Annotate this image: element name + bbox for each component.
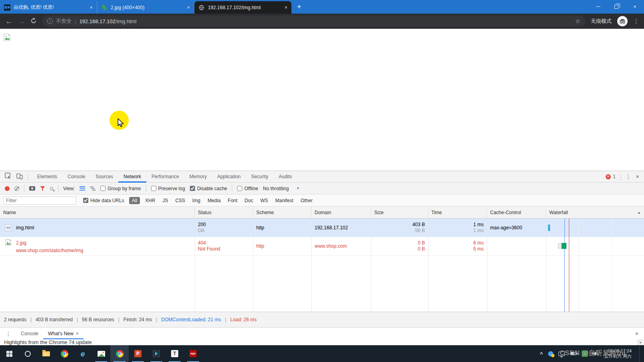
filter-type-img[interactable]: Img	[190, 197, 202, 204]
scrollbar-down-button[interactable]: ▼	[638, 340, 643, 345]
browser-tab-1[interactable]: 暂停 品优购, 优质! 优质! ×	[0, 1, 97, 14]
filter-type-all[interactable]: All	[129, 197, 140, 204]
reload-button[interactable]	[30, 18, 37, 25]
forward-button[interactable]: →	[18, 18, 25, 25]
tab-performance[interactable]: Performance	[146, 171, 184, 183]
tab-security[interactable]: Security	[246, 171, 273, 183]
file-explorer-button[interactable]	[37, 345, 55, 362]
drawer-tab-console[interactable]: Console	[16, 328, 43, 339]
col-size[interactable]: Size	[371, 207, 428, 218]
bookmark-star-icon[interactable]: ☆	[575, 18, 580, 25]
request-rows-view-icon[interactable]	[80, 186, 85, 191]
latency: 5 ms	[473, 246, 484, 252]
messenger-tray-icon[interactable]	[548, 351, 553, 356]
col-waterfall[interactable]: Waterfall ▲	[546, 207, 644, 218]
disable-cache-checkbox[interactable]	[190, 186, 195, 191]
error-badge[interactable]: ✕ 1	[606, 174, 616, 179]
maximize-button[interactable]	[607, 0, 626, 13]
hide-data-urls-checkbox[interactable]	[83, 198, 88, 203]
drawer-tab-close-icon[interactable]: ×	[76, 331, 79, 336]
preserve-log-toggle[interactable]: Preserve log	[151, 186, 185, 191]
filter-funnel-icon[interactable]	[40, 186, 45, 191]
tab-close-icon[interactable]: ×	[90, 4, 93, 10]
waterfall-wait-2-jpg	[558, 243, 562, 249]
devtools-close-icon[interactable]: ×	[636, 173, 639, 180]
col-domain[interactable]: Domain	[311, 207, 371, 218]
preserve-log-label: Preserve log	[158, 186, 185, 191]
preserve-log-checkbox[interactable]	[151, 186, 156, 191]
offline-toggle[interactable]: Offline	[237, 186, 258, 191]
filter-type-xhr[interactable]: XHR	[143, 197, 157, 204]
status-code: 404	[198, 240, 253, 246]
filter-type-other[interactable]: Other	[299, 197, 315, 204]
minimize-button[interactable]	[589, 0, 607, 13]
device-toolbar-icon[interactable]	[16, 173, 23, 181]
chrome-active-button[interactable]	[110, 345, 129, 362]
tab-console[interactable]: Console	[62, 171, 90, 183]
tab-application[interactable]: Application	[212, 171, 246, 183]
col-scheme[interactable]: Scheme	[253, 207, 311, 218]
capture-screenshots-icon[interactable]	[29, 186, 35, 191]
tab-title: 2.jpg (400×400)	[111, 5, 183, 10]
filter-type-doc[interactable]: Doc	[243, 197, 255, 204]
record-button[interactable]	[5, 186, 10, 191]
pdf-reader-button[interactable]: PDF	[184, 345, 202, 362]
clear-button[interactable]	[14, 186, 19, 191]
overview-view-icon[interactable]	[90, 186, 96, 191]
throttling-select[interactable]: No throttling ▼	[263, 186, 300, 191]
col-cache-control[interactable]: Cache-Control	[487, 207, 546, 218]
filter-type-font[interactable]: Font	[226, 197, 239, 204]
drawer-tab-whats-new[interactable]: What's New ×	[43, 328, 84, 339]
cortana-button[interactable]	[18, 345, 37, 362]
start-button[interactable]	[0, 345, 18, 362]
show-desktop-button[interactable]	[639, 345, 641, 362]
new-tab-button[interactable]: +	[297, 3, 301, 11]
incognito-avatar-icon[interactable]	[617, 16, 628, 26]
tab-close-icon[interactable]: ×	[187, 4, 190, 10]
media-player-button[interactable]	[147, 345, 165, 362]
internet-explorer-button[interactable]: e	[74, 345, 92, 362]
photo-viewer-button[interactable]	[92, 345, 110, 362]
browser-menu-icon[interactable]: ⋮	[633, 18, 639, 25]
back-button[interactable]: ←	[6, 18, 12, 25]
group-by-frame-toggle[interactable]: Group by frame	[100, 186, 141, 191]
filter-type-css[interactable]: CSS	[173, 197, 187, 204]
group-by-frame-checkbox[interactable]	[100, 186, 106, 191]
tab-sources[interactable]: Sources	[90, 171, 118, 183]
filter-type-ws[interactable]: WS	[258, 197, 270, 204]
browser-tab-3-active[interactable]: 192.168.17.102/img.html ×	[194, 1, 291, 14]
filter-type-media[interactable]: Media	[205, 197, 223, 204]
omnibox[interactable]: i 不安全 | 192.168.17.102/img.html ☆	[42, 16, 585, 27]
filter-type-manifest[interactable]: Manifest	[273, 197, 295, 204]
col-time[interactable]: Time	[428, 207, 487, 218]
table-row-img-html[interactable]: <> img.html 200 OK http 192.168.17.102 4…	[0, 219, 644, 237]
typora-button[interactable]: T	[165, 345, 184, 362]
offline-checkbox[interactable]	[237, 186, 242, 191]
tab-elements[interactable]: Elements	[32, 171, 62, 183]
col-name[interactable]: Name	[0, 207, 195, 218]
page-info-icon[interactable]: i	[47, 18, 53, 24]
chrome-pinned-button[interactable]	[55, 345, 74, 362]
filter-input[interactable]	[3, 197, 76, 205]
view-label: View:	[63, 186, 75, 191]
cortana-icon	[25, 351, 31, 357]
filter-type-js[interactable]: JS	[160, 197, 170, 204]
drawer-menu-icon[interactable]: ⋮	[0, 330, 16, 337]
drawer-close-icon[interactable]: ×	[635, 330, 644, 337]
devtools-menu-icon[interactable]: ⋮	[626, 173, 631, 180]
powerpoint-button[interactable]: P	[129, 345, 147, 362]
tab-audits[interactable]: Audits	[273, 171, 297, 183]
tab-network[interactable]: Network	[118, 171, 146, 183]
col-status[interactable]: Status	[195, 207, 253, 218]
search-icon[interactable]	[50, 187, 53, 190]
disable-cache-toggle[interactable]: Disable cache	[190, 186, 227, 191]
tab-close-icon[interactable]: ×	[284, 4, 287, 10]
tab-memory[interactable]: Memory	[184, 171, 212, 183]
request-name: 2.jpg	[16, 240, 26, 246]
close-window-button[interactable]: ×	[626, 0, 644, 13]
browser-tab-2[interactable]: 2.jpg (400×400) ×	[97, 1, 194, 14]
inspect-element-icon[interactable]	[5, 173, 12, 181]
tray-chevron-icon[interactable]: ^	[540, 351, 543, 357]
table-row-2-jpg[interactable]: 2.jpg www.shop.com/static/home/img 404 N…	[0, 237, 644, 256]
hide-data-urls-toggle[interactable]: Hide data URLs	[83, 198, 124, 203]
